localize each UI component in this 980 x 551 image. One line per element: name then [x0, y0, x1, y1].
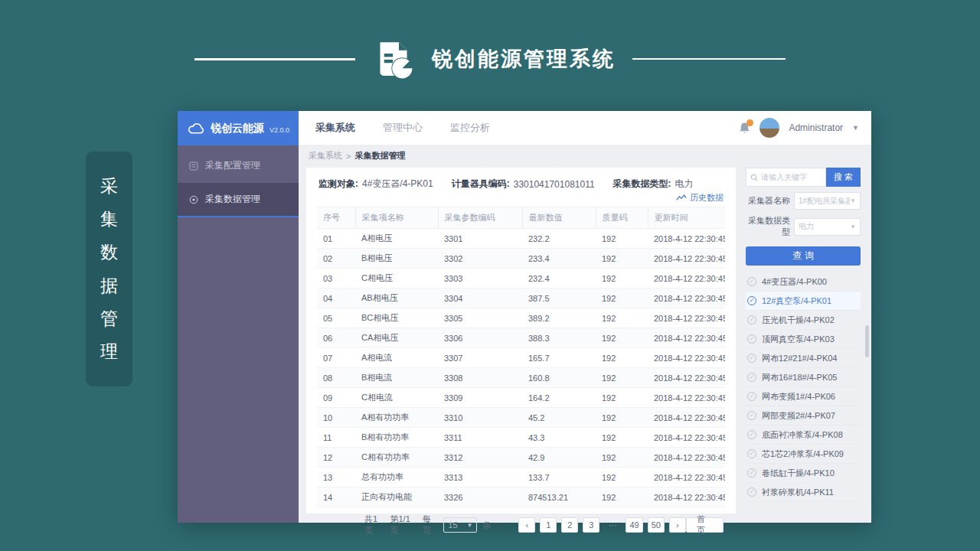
- per-page-select[interactable]: 15 ▼: [443, 517, 477, 533]
- pagination-page-3[interactable]: 3: [583, 517, 599, 533]
- table-cell: 2018-4-12 22:30:45: [648, 249, 725, 269]
- pagination-page-49[interactable]: 49: [626, 517, 642, 533]
- pagination-page-1[interactable]: 1: [540, 517, 557, 533]
- nav-tab-monitoring-analysis[interactable]: 监控分析: [450, 121, 490, 135]
- table-cell: 3308: [438, 368, 522, 388]
- table-body: 01A相电压3301232.21922018-4-12 22:30:4502B相…: [317, 229, 725, 507]
- table-row: 01A相电压3301232.21922018-4-12 22:30:45: [317, 229, 725, 249]
- check-circle-icon: ✓: [747, 411, 756, 420]
- table-cell: 2018-4-12 22:30:45: [648, 229, 725, 249]
- table-cell: 2018-4-12 22:30:45: [648, 368, 725, 388]
- pagination-next-button[interactable]: ›: [669, 517, 686, 533]
- banner: 锐创能源管理系统: [0, 32, 980, 86]
- document-edit-icon: [372, 37, 415, 80]
- device-list: ✓4#变压器/4-PK00✓12#真空泵/4-PK01✓压光机干燥/4-PK02…: [746, 272, 861, 514]
- table-cell: 133.7: [522, 468, 596, 487]
- device-list-item[interactable]: ✓衬浆碎浆机/4-PK11: [746, 483, 861, 502]
- top-nav: 采集系统管理中心监控分析: [299, 111, 739, 145]
- device-list-item[interactable]: ✓12#真空泵/4-PK01: [746, 292, 861, 311]
- table-cell: A相电流: [355, 348, 438, 368]
- nav-tab-collection-system[interactable]: 采集系统: [315, 121, 355, 135]
- total-pages-label: 共1页: [364, 514, 385, 536]
- device-label: 网部变频2#/4-PK07: [762, 410, 835, 422]
- search-row: 搜 索: [746, 168, 861, 187]
- sidebar-item-collection-config[interactable]: 采集配置管理: [178, 148, 299, 183]
- search-icon: [750, 173, 758, 182]
- device-list-item[interactable]: ✓网布16#18#/4-PK05: [746, 368, 861, 387]
- table-cell: 192: [596, 448, 648, 468]
- collector-select[interactable]: 1#配电房采集器 ▼: [794, 192, 861, 210]
- table-cell: 2018-4-12 22:30:45: [648, 388, 725, 408]
- datatype-label: 采集数据类型: [746, 215, 794, 238]
- page-title: 锐创能源管理系统: [432, 45, 616, 73]
- pagination-prev-button[interactable]: ‹: [518, 517, 535, 533]
- device-list-item[interactable]: ✓底面衬冲浆泵/4-PK08: [746, 425, 861, 445]
- content-scrollbar-thumb[interactable]: [865, 325, 869, 357]
- table-cell: 192: [596, 328, 648, 348]
- pagination-ellipsis: ···: [604, 517, 621, 533]
- table-cell: 192: [596, 487, 648, 507]
- table-cell: 192: [596, 408, 648, 428]
- nav-tab-management-center[interactable]: 管理中心: [383, 121, 423, 135]
- table-cell: 2018-4-12 22:30:45: [648, 487, 725, 507]
- table-cell: 2018-4-12 22:30:45: [648, 289, 725, 308]
- device-label: 卷纸缸干燥/4-PK10: [762, 468, 835, 479]
- vertical-tag-char: 管: [100, 310, 118, 328]
- device-list-item[interactable]: ✓卷纸缸干燥/4-PK10: [746, 464, 861, 483]
- table-row: 03C相电压3303232.41922018-4-12 22:30:45: [317, 269, 725, 289]
- sidebar-item-collection-data[interactable]: 采集数据管理: [178, 183, 299, 217]
- device-list-item[interactable]: ✓压光机干燥/4-PK02: [746, 311, 861, 330]
- table-cell: 192: [596, 468, 648, 487]
- page-buttons: ‹123···4950›: [518, 517, 686, 533]
- device-list-item[interactable]: ✓网布12#21#/4-PK04: [746, 349, 861, 368]
- table-row: 06CA相电压3306388.31922018-4-12 22:30:45: [317, 328, 725, 348]
- device-label: 4#变压器/4-PK00: [762, 276, 827, 288]
- table-cell: 2018-4-12 22:30:45: [648, 328, 725, 348]
- collector-filter-row: 采集器名称 1#配电房采集器 ▼: [746, 192, 861, 210]
- device-list-item[interactable]: ✓芯1芯2冲浆泵/4-PK09: [746, 445, 861, 464]
- banner-divider-left: [194, 58, 355, 60]
- query-button[interactable]: 查询: [746, 246, 861, 266]
- table-cell: B相电流: [355, 368, 438, 388]
- search-button[interactable]: 搜 索: [826, 168, 861, 187]
- pagination-page-2[interactable]: 2: [561, 517, 578, 533]
- device-label: 网布12#21#/4-PK04: [762, 353, 837, 364]
- device-list-item[interactable]: ✓4#变压器/4-PK00: [746, 272, 861, 292]
- check-circle-icon: ✓: [747, 296, 756, 305]
- table-cell: 192: [596, 388, 648, 408]
- user-area: Administrator ▼: [739, 111, 871, 145]
- pagination-page-50[interactable]: 50: [648, 517, 665, 533]
- table-row: 11B相有功功率331143.31922018-4-12 22:30:45: [317, 428, 725, 448]
- table-cell: BC相电压: [355, 308, 438, 328]
- search-input[interactable]: [761, 173, 822, 181]
- check-circle-icon: ✓: [747, 392, 756, 401]
- device-list-item[interactable]: ✓顶网真空泵/4-PK03: [746, 330, 861, 349]
- device-list-item[interactable]: ✓网布变频1#/4-PK06: [746, 387, 861, 406]
- breadcrumb-parent[interactable]: 采集系统: [309, 150, 342, 161]
- monitor-info-bar: 监测对象: 4#变压器/4-PK01 计量器具编码: 3301041701081…: [317, 174, 725, 191]
- check-circle-icon: ✓: [747, 468, 756, 478]
- table-cell: 12: [317, 448, 355, 468]
- first-page-button[interactable]: 首页: [686, 517, 724, 533]
- table-header-cell: 质量码: [596, 207, 648, 229]
- datatype-select[interactable]: 电力 ▼: [794, 218, 861, 236]
- username[interactable]: Administrator: [789, 122, 843, 133]
- history-data-link[interactable]: 历史数据: [676, 192, 724, 204]
- per-page-prefix: 每页: [423, 514, 439, 536]
- table-cell: 192: [596, 348, 648, 368]
- table-cell: 43.3: [522, 428, 596, 448]
- content-area: 采集系统 > 采集数据管理 监测对象: 4#变压器/4-PK01 计量器具编码:…: [299, 145, 871, 523]
- chevron-down-icon[interactable]: ▼: [852, 124, 859, 132]
- table-cell: 2018-4-12 22:30:45: [648, 468, 725, 487]
- device-label: 底面衬冲浆泵/4-PK08: [762, 429, 843, 441]
- table-cell: 2018-4-12 22:30:45: [648, 269, 725, 289]
- table-cell: B相有功功率: [355, 428, 438, 448]
- device-list-item[interactable]: ✓网部变频2#/4-PK07: [746, 406, 861, 425]
- notification-bell-icon[interactable]: [739, 122, 750, 135]
- table-cell: 192: [596, 249, 648, 269]
- table-cell: 11: [317, 428, 355, 448]
- table-cell: 08: [317, 368, 355, 388]
- avatar[interactable]: [760, 118, 779, 138]
- vertical-tag-char: 据: [100, 277, 118, 295]
- table-header-cell: 采集参数编码: [438, 207, 522, 229]
